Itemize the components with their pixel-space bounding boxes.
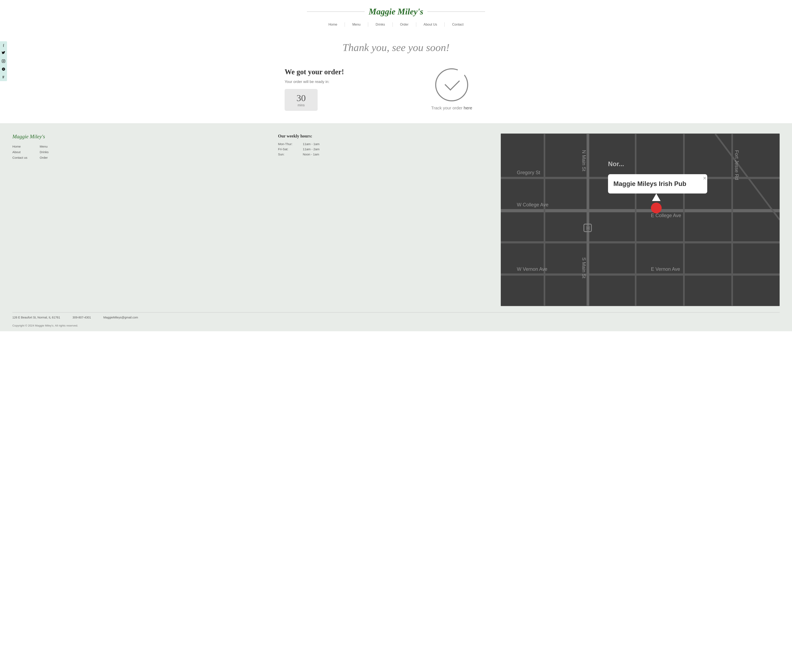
footer-bottom: 126 E Beaufort St, Normal, IL 61761 309-…: [0, 312, 792, 331]
hours-time-0: 11am - 1am: [303, 142, 319, 146]
track-label: Track your order: [431, 106, 464, 110]
svg-rect-6: [501, 241, 779, 243]
nav-drinks[interactable]: Drinks: [368, 23, 392, 26]
svg-text:W College Ave: W College Ave: [517, 202, 548, 207]
svg-text:Nor...: Nor...: [608, 160, 624, 168]
svg-text:H: H: [586, 225, 590, 231]
svg-rect-5: [501, 209, 779, 212]
footer-link-home[interactable]: Home: [12, 145, 27, 148]
nav-home[interactable]: Home: [321, 23, 345, 26]
svg-text:E College Ave: E College Ave: [651, 213, 681, 218]
hours-row-0: Mon-Thur: 11am - 1am: [278, 142, 493, 146]
hours-time-1: 11am - 2am: [303, 147, 319, 151]
time-display: 30 mins: [285, 89, 318, 111]
footer-link-contact[interactable]: Contact us: [12, 156, 27, 159]
svg-rect-10: [635, 134, 637, 306]
svg-text:E Vernon Ave: E Vernon Ave: [651, 266, 680, 272]
facebook-icon[interactable]: f: [3, 43, 4, 48]
footer-col-1: Home About Contact us: [12, 145, 27, 159]
header-line-left: [307, 11, 365, 12]
hours-day-0: Mon-Thur:: [278, 142, 297, 146]
nav-about[interactable]: About Us: [416, 23, 445, 26]
svg-rect-9: [586, 134, 589, 306]
svg-rect-12: [731, 134, 733, 306]
hours-time-2: Noon - 1am: [303, 152, 319, 156]
map-background: Gregory St W College Ave E College Ave W…: [501, 134, 779, 306]
svg-rect-11: [683, 134, 685, 306]
twitter-icon[interactable]: [2, 51, 5, 56]
header-line-right: [427, 11, 485, 12]
check-circle: [435, 68, 468, 101]
svg-rect-8: [544, 134, 545, 306]
footer-brand-section: Maggie Miley's Home About Contact us Men…: [12, 134, 270, 306]
hours-day-2: Sun:: [278, 152, 297, 156]
order-confirmation-section: We got your order! Your order will be re…: [285, 68, 507, 111]
hours-day-1: Fri-Sat:: [278, 147, 297, 151]
svg-text:N Main St: N Main St: [581, 150, 586, 171]
order-heading: We got your order!: [285, 68, 396, 76]
footer-link-drinks[interactable]: Drinks: [40, 150, 49, 154]
footer-link-about[interactable]: About: [12, 150, 27, 154]
arc-cut: [455, 67, 467, 78]
site-header: Maggie Miley's: [0, 0, 792, 19]
ready-text: Your order will be ready in:: [285, 80, 396, 84]
svg-text:Maggie Mileys Irish Pub: Maggie Mileys Irish Pub: [613, 180, 687, 187]
hours-row-2: Sun: Noon - 1am: [278, 152, 493, 156]
time-value: 30: [293, 93, 309, 103]
svg-point-1: [3, 61, 4, 62]
footer-copyright: Copyright © 2024 Maggie Miley's. All rig…: [12, 322, 779, 327]
order-info: We got your order! Your order will be re…: [285, 68, 396, 111]
footer-email: MaggieMileys@gmail.com: [103, 316, 138, 319]
footer-link-menu[interactable]: Menu: [40, 145, 49, 148]
map-svg: Gregory St W College Ave E College Ave W…: [501, 134, 779, 306]
footer-address: 126 E Beaufort St, Normal, IL 61761: [12, 316, 60, 319]
instagram-icon[interactable]: [2, 59, 5, 64]
main-content: Thank you, see you soon! We got your ord…: [272, 29, 520, 123]
time-unit: mins: [293, 103, 309, 107]
nav-order[interactable]: Order: [393, 23, 416, 26]
main-nav: Home Menu Drinks Order About Us Contact: [0, 19, 792, 29]
svg-text:W Vernon Ave: W Vernon Ave: [517, 266, 548, 272]
yelp-icon[interactable]: [2, 67, 5, 72]
hours-heading: Our weekly hours:: [278, 134, 493, 139]
svg-text:S Main St: S Main St: [581, 258, 586, 278]
track-link[interactable]: here: [464, 106, 472, 110]
svg-text:Gregory St: Gregory St: [517, 170, 540, 175]
footer-brand: Maggie Miley's: [12, 134, 270, 140]
order-status: Track your order here: [396, 68, 507, 110]
svg-text:×: ×: [703, 175, 706, 181]
svg-rect-0: [2, 60, 5, 63]
thank-you-heading: Thank you, see you soon!: [285, 37, 507, 58]
footer-contact-row: 126 E Beaufort St, Normal, IL 61761 309-…: [12, 312, 779, 322]
site-footer: Maggie Miley's Home About Contact us Men…: [0, 123, 792, 312]
svg-text:Fort Jesse Rd: Fort Jesse Rd: [734, 150, 739, 180]
foursquare-icon[interactable]: F: [2, 75, 5, 79]
social-sidebar: f F: [0, 41, 7, 81]
svg-rect-7: [501, 274, 779, 275]
track-order-text: Track your order here: [431, 106, 472, 110]
footer-hours-section: Our weekly hours: Mon-Thur: 11am - 1am F…: [278, 134, 493, 306]
nav-contact[interactable]: Contact: [445, 23, 471, 26]
hours-table: Mon-Thur: 11am - 1am Fri-Sat: 11am - 2am…: [278, 142, 493, 156]
footer-links: Home About Contact us Menu Drinks Order: [12, 145, 270, 159]
footer-col-2: Menu Drinks Order: [40, 145, 49, 159]
site-title: Maggie Miley's: [369, 6, 423, 16]
footer-map[interactable]: Gregory St W College Ave E College Ave W…: [501, 134, 779, 306]
hours-row-1: Fri-Sat: 11am - 2am: [278, 147, 493, 151]
footer-phone: 309-807-4301: [72, 316, 91, 319]
svg-point-2: [4, 60, 5, 61]
nav-menu[interactable]: Menu: [345, 23, 368, 26]
footer-link-order[interactable]: Order: [40, 156, 49, 159]
